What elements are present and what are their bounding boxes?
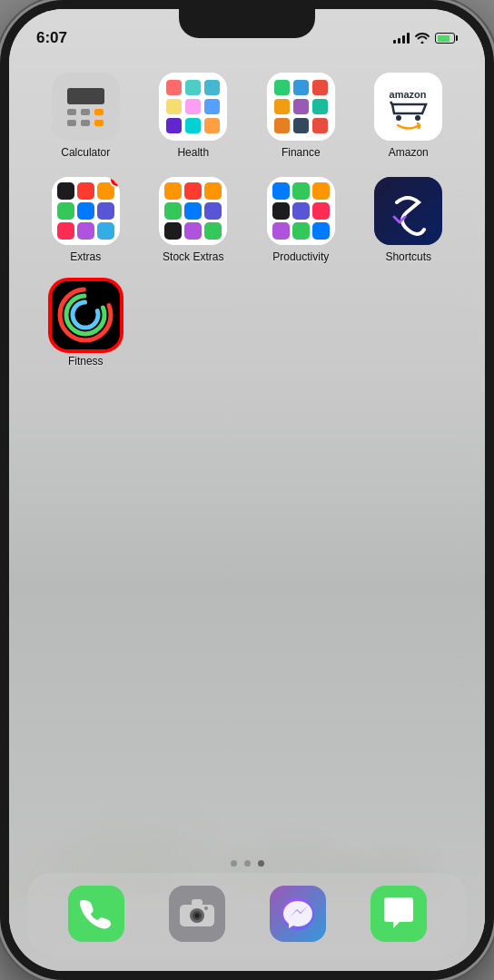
svg-rect-11 — [204, 80, 220, 95]
stock-extras-label: Stock Extras — [163, 250, 223, 263]
fitness-icon — [52, 281, 120, 349]
app-stock-extras[interactable]: Stock Extras — [144, 177, 243, 263]
svg-line-30 — [390, 102, 392, 104]
dock-messages[interactable] — [370, 886, 427, 942]
svg-rect-27 — [312, 118, 328, 133]
svg-rect-5 — [67, 120, 76, 126]
app-fitness[interactable]: Fitness — [36, 281, 135, 368]
svg-rect-23 — [293, 99, 309, 114]
svg-rect-17 — [204, 118, 220, 133]
health-label: Health — [177, 146, 209, 159]
svg-rect-52 — [204, 222, 222, 240]
svg-rect-55 — [292, 182, 310, 200]
svg-point-31 — [396, 115, 401, 121]
svg-rect-46 — [204, 182, 222, 200]
svg-rect-34 — [57, 182, 74, 200]
svg-rect-13 — [185, 99, 201, 114]
app-health[interactable]: Health — [144, 73, 243, 159]
svg-rect-24 — [312, 99, 328, 114]
svg-rect-7 — [94, 120, 104, 126]
extras-icon: 1 — [52, 177, 120, 245]
app-amazon[interactable]: amazon Amazon — [360, 73, 459, 159]
app-calculator[interactable]: Calculator — [36, 73, 135, 159]
svg-rect-19 — [274, 80, 290, 95]
svg-rect-48 — [184, 202, 202, 220]
svg-point-72 — [194, 914, 199, 918]
svg-rect-28 — [374, 73, 442, 141]
svg-rect-4 — [94, 109, 104, 115]
notch — [179, 9, 315, 38]
fitness-label: Fitness — [68, 355, 104, 368]
svg-rect-12 — [166, 99, 182, 114]
svg-rect-10 — [185, 80, 201, 95]
shortcuts-icon — [374, 177, 442, 245]
svg-rect-40 — [57, 222, 74, 240]
stock-extras-icon — [159, 177, 227, 245]
phone-frame: 6:07 — [0, 0, 494, 980]
svg-rect-9 — [166, 80, 182, 95]
battery-icon — [435, 33, 458, 44]
calculator-label: Calculator — [61, 146, 110, 159]
svg-point-73 — [204, 906, 208, 910]
svg-rect-56 — [312, 182, 330, 200]
svg-rect-16 — [185, 118, 201, 133]
dock-phone[interactable] — [68, 886, 124, 942]
svg-rect-15 — [166, 118, 182, 133]
svg-rect-54 — [272, 182, 290, 200]
svg-rect-20 — [293, 80, 309, 95]
svg-rect-61 — [292, 222, 310, 240]
dock — [27, 873, 467, 955]
svg-rect-25 — [274, 118, 290, 133]
status-icons — [393, 33, 458, 44]
svg-rect-38 — [77, 202, 94, 220]
svg-rect-41 — [77, 222, 94, 240]
svg-rect-2 — [67, 109, 76, 115]
dock-messenger[interactable] — [270, 886, 326, 942]
calculator-icon — [52, 73, 120, 141]
svg-text:amazon: amazon — [390, 89, 427, 100]
amazon-icon: amazon — [374, 73, 442, 141]
svg-rect-47 — [164, 202, 182, 220]
svg-rect-35 — [77, 182, 94, 200]
svg-rect-21 — [312, 80, 328, 95]
signal-icon — [393, 33, 410, 44]
svg-rect-1 — [67, 88, 104, 104]
screen: 6:07 — [9, 9, 485, 971]
svg-rect-14 — [204, 99, 220, 114]
app-productivity[interactable]: Productivity — [252, 177, 351, 263]
productivity-label: Productivity — [272, 250, 329, 263]
svg-rect-37 — [57, 202, 74, 220]
svg-rect-60 — [272, 222, 290, 240]
svg-rect-6 — [81, 120, 90, 126]
app-grid: Calculator — [9, 54, 485, 386]
app-shortcuts[interactable]: Shortcuts — [360, 177, 459, 263]
health-icon — [159, 73, 227, 141]
page-dots — [9, 860, 485, 867]
page-dot-2 — [244, 860, 251, 867]
svg-rect-62 — [312, 222, 330, 240]
svg-rect-58 — [292, 202, 310, 220]
dock-camera[interactable] — [169, 886, 225, 942]
svg-rect-69 — [192, 899, 203, 906]
svg-rect-22 — [274, 99, 290, 114]
svg-rect-57 — [272, 202, 290, 220]
svg-rect-49 — [204, 202, 222, 220]
svg-rect-26 — [293, 118, 309, 133]
amazon-label: Amazon — [389, 146, 429, 159]
svg-rect-59 — [312, 202, 330, 220]
page-dot-1 — [231, 860, 237, 867]
app-extras[interactable]: 1 Extras — [36, 177, 135, 263]
svg-rect-44 — [164, 182, 182, 200]
svg-point-32 — [415, 115, 420, 121]
app-finance[interactable]: Finance — [252, 73, 351, 159]
svg-rect-45 — [184, 182, 202, 200]
page-dot-3 — [258, 860, 264, 867]
productivity-icon — [267, 177, 335, 245]
wifi-icon — [415, 33, 430, 44]
shortcuts-label: Shortcuts — [385, 250, 431, 263]
svg-rect-42 — [97, 222, 114, 240]
svg-rect-3 — [81, 109, 90, 115]
status-time: 6:07 — [36, 29, 67, 47]
finance-label: Finance — [282, 146, 321, 159]
svg-rect-51 — [184, 222, 202, 240]
